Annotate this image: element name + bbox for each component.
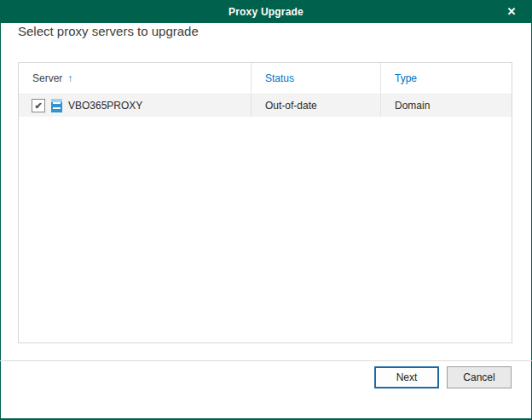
cancel-button[interactable]: Cancel: [447, 366, 512, 388]
titlebar[interactable]: Proxy Upgrade ✕: [0, 0, 532, 23]
page-title: Select proxy servers to upgrade: [18, 24, 199, 38]
type-cell: Domain: [381, 95, 512, 117]
column-header-status[interactable]: Status: [252, 63, 381, 94]
window-title: Proxy Upgrade: [228, 6, 304, 18]
column-header-type[interactable]: Type: [381, 63, 512, 94]
server-name: VBO365PROXY: [68, 100, 142, 112]
type-value: Domain: [395, 100, 430, 112]
footer-divider: [0, 360, 532, 361]
column-header-server-label: Server: [32, 72, 62, 84]
column-header-server[interactable]: Server ↑: [19, 63, 252, 94]
proxy-upgrade-dialog: Proxy Upgrade ✕ Select proxy servers to …: [0, 0, 532, 420]
close-icon[interactable]: ✕: [500, 3, 523, 20]
server-cell: ✔ VBO365PROXY: [19, 95, 252, 117]
table-header-row: Server ↑ Status Type: [19, 63, 512, 95]
status-value: Out-of-date: [265, 100, 317, 112]
column-header-status-label: Status: [265, 72, 294, 84]
status-cell: Out-of-date: [252, 95, 381, 117]
row-checkbox[interactable]: ✔: [32, 99, 45, 112]
proxy-table: Server ↑ Status Type ✔ VBO365PROXY Out-o…: [18, 62, 512, 343]
table-row[interactable]: ✔ VBO365PROXY Out-of-date Domain: [19, 95, 512, 117]
column-header-type-label: Type: [395, 72, 417, 84]
sort-ascending-icon: ↑: [67, 72, 72, 84]
proxy-server-icon: [51, 99, 62, 112]
next-button[interactable]: Next: [374, 366, 439, 388]
